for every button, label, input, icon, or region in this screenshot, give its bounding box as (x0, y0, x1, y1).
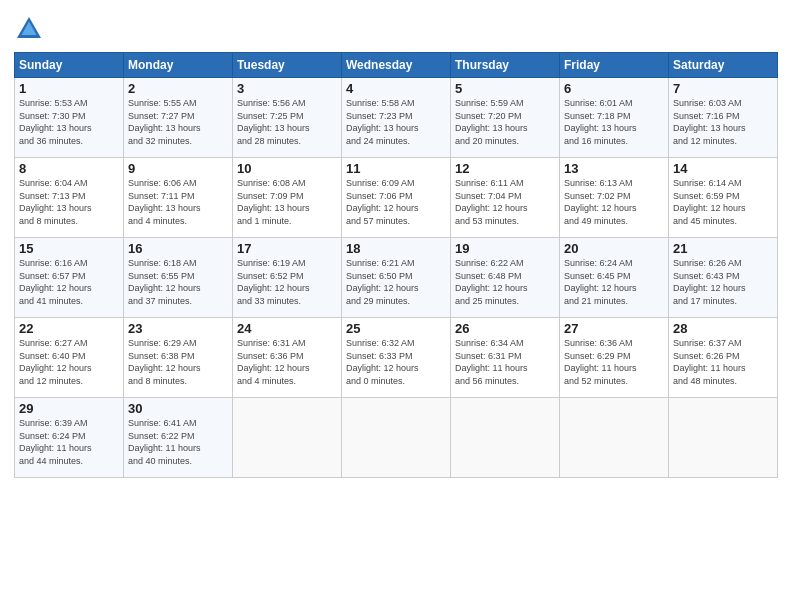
header-cell-saturday: Saturday (669, 53, 778, 78)
day-cell-24: 24Sunrise: 6:31 AM Sunset: 6:36 PM Dayli… (233, 318, 342, 398)
week-row-1: 8Sunrise: 6:04 AM Sunset: 7:13 PM Daylig… (15, 158, 778, 238)
day-number: 1 (19, 81, 119, 96)
day-cell-5: 5Sunrise: 5:59 AM Sunset: 7:20 PM Daylig… (451, 78, 560, 158)
day-number: 10 (237, 161, 337, 176)
page: SundayMondayTuesdayWednesdayThursdayFrid… (0, 0, 792, 488)
day-cell-12: 12Sunrise: 6:11 AM Sunset: 7:04 PM Dayli… (451, 158, 560, 238)
calendar-body: 1Sunrise: 5:53 AM Sunset: 7:30 PM Daylig… (15, 78, 778, 478)
header-row: SundayMondayTuesdayWednesdayThursdayFrid… (15, 53, 778, 78)
day-number: 2 (128, 81, 228, 96)
day-cell-15: 15Sunrise: 6:16 AM Sunset: 6:57 PM Dayli… (15, 238, 124, 318)
day-info: Sunrise: 6:14 AM Sunset: 6:59 PM Dayligh… (673, 177, 773, 227)
day-info: Sunrise: 6:18 AM Sunset: 6:55 PM Dayligh… (128, 257, 228, 307)
day-cell-11: 11Sunrise: 6:09 AM Sunset: 7:06 PM Dayli… (342, 158, 451, 238)
day-number: 9 (128, 161, 228, 176)
day-number: 3 (237, 81, 337, 96)
day-info: Sunrise: 5:53 AM Sunset: 7:30 PM Dayligh… (19, 97, 119, 147)
day-info: Sunrise: 6:06 AM Sunset: 7:11 PM Dayligh… (128, 177, 228, 227)
day-cell-28: 28Sunrise: 6:37 AM Sunset: 6:26 PM Dayli… (669, 318, 778, 398)
day-cell-19: 19Sunrise: 6:22 AM Sunset: 6:48 PM Dayli… (451, 238, 560, 318)
day-info: Sunrise: 6:08 AM Sunset: 7:09 PM Dayligh… (237, 177, 337, 227)
header-cell-thursday: Thursday (451, 53, 560, 78)
day-number: 28 (673, 321, 773, 336)
day-number: 22 (19, 321, 119, 336)
day-cell-14: 14Sunrise: 6:14 AM Sunset: 6:59 PM Dayli… (669, 158, 778, 238)
day-cell-10: 10Sunrise: 6:08 AM Sunset: 7:09 PM Dayli… (233, 158, 342, 238)
day-cell-empty (233, 398, 342, 478)
day-info: Sunrise: 6:01 AM Sunset: 7:18 PM Dayligh… (564, 97, 664, 147)
day-info: Sunrise: 6:16 AM Sunset: 6:57 PM Dayligh… (19, 257, 119, 307)
day-cell-17: 17Sunrise: 6:19 AM Sunset: 6:52 PM Dayli… (233, 238, 342, 318)
day-info: Sunrise: 5:55 AM Sunset: 7:27 PM Dayligh… (128, 97, 228, 147)
week-row-3: 22Sunrise: 6:27 AM Sunset: 6:40 PM Dayli… (15, 318, 778, 398)
day-cell-26: 26Sunrise: 6:34 AM Sunset: 6:31 PM Dayli… (451, 318, 560, 398)
day-number: 7 (673, 81, 773, 96)
day-cell-16: 16Sunrise: 6:18 AM Sunset: 6:55 PM Dayli… (124, 238, 233, 318)
day-cell-empty (451, 398, 560, 478)
day-info: Sunrise: 6:36 AM Sunset: 6:29 PM Dayligh… (564, 337, 664, 387)
day-number: 15 (19, 241, 119, 256)
day-cell-23: 23Sunrise: 6:29 AM Sunset: 6:38 PM Dayli… (124, 318, 233, 398)
day-info: Sunrise: 6:19 AM Sunset: 6:52 PM Dayligh… (237, 257, 337, 307)
week-row-0: 1Sunrise: 5:53 AM Sunset: 7:30 PM Daylig… (15, 78, 778, 158)
day-info: Sunrise: 6:22 AM Sunset: 6:48 PM Dayligh… (455, 257, 555, 307)
day-cell-13: 13Sunrise: 6:13 AM Sunset: 7:02 PM Dayli… (560, 158, 669, 238)
day-info: Sunrise: 6:39 AM Sunset: 6:24 PM Dayligh… (19, 417, 119, 467)
day-number: 5 (455, 81, 555, 96)
week-row-4: 29Sunrise: 6:39 AM Sunset: 6:24 PM Dayli… (15, 398, 778, 478)
day-info: Sunrise: 6:32 AM Sunset: 6:33 PM Dayligh… (346, 337, 446, 387)
day-cell-21: 21Sunrise: 6:26 AM Sunset: 6:43 PM Dayli… (669, 238, 778, 318)
day-cell-9: 9Sunrise: 6:06 AM Sunset: 7:11 PM Daylig… (124, 158, 233, 238)
day-number: 12 (455, 161, 555, 176)
day-number: 26 (455, 321, 555, 336)
day-info: Sunrise: 6:21 AM Sunset: 6:50 PM Dayligh… (346, 257, 446, 307)
day-info: Sunrise: 6:31 AM Sunset: 6:36 PM Dayligh… (237, 337, 337, 387)
day-number: 19 (455, 241, 555, 256)
day-info: Sunrise: 6:09 AM Sunset: 7:06 PM Dayligh… (346, 177, 446, 227)
day-info: Sunrise: 5:56 AM Sunset: 7:25 PM Dayligh… (237, 97, 337, 147)
day-info: Sunrise: 6:41 AM Sunset: 6:22 PM Dayligh… (128, 417, 228, 467)
day-number: 20 (564, 241, 664, 256)
day-cell-27: 27Sunrise: 6:36 AM Sunset: 6:29 PM Dayli… (560, 318, 669, 398)
day-cell-20: 20Sunrise: 6:24 AM Sunset: 6:45 PM Dayli… (560, 238, 669, 318)
day-cell-empty (560, 398, 669, 478)
header (14, 10, 778, 44)
day-number: 13 (564, 161, 664, 176)
day-cell-8: 8Sunrise: 6:04 AM Sunset: 7:13 PM Daylig… (15, 158, 124, 238)
day-number: 16 (128, 241, 228, 256)
day-number: 18 (346, 241, 446, 256)
header-cell-tuesday: Tuesday (233, 53, 342, 78)
day-cell-22: 22Sunrise: 6:27 AM Sunset: 6:40 PM Dayli… (15, 318, 124, 398)
day-number: 23 (128, 321, 228, 336)
day-number: 8 (19, 161, 119, 176)
day-cell-3: 3Sunrise: 5:56 AM Sunset: 7:25 PM Daylig… (233, 78, 342, 158)
week-row-2: 15Sunrise: 6:16 AM Sunset: 6:57 PM Dayli… (15, 238, 778, 318)
day-number: 21 (673, 241, 773, 256)
day-cell-7: 7Sunrise: 6:03 AM Sunset: 7:16 PM Daylig… (669, 78, 778, 158)
calendar-header: SundayMondayTuesdayWednesdayThursdayFrid… (15, 53, 778, 78)
day-number: 17 (237, 241, 337, 256)
day-info: Sunrise: 5:59 AM Sunset: 7:20 PM Dayligh… (455, 97, 555, 147)
day-cell-4: 4Sunrise: 5:58 AM Sunset: 7:23 PM Daylig… (342, 78, 451, 158)
day-info: Sunrise: 6:03 AM Sunset: 7:16 PM Dayligh… (673, 97, 773, 147)
day-cell-empty (669, 398, 778, 478)
day-info: Sunrise: 6:37 AM Sunset: 6:26 PM Dayligh… (673, 337, 773, 387)
day-info: Sunrise: 6:26 AM Sunset: 6:43 PM Dayligh… (673, 257, 773, 307)
day-cell-18: 18Sunrise: 6:21 AM Sunset: 6:50 PM Dayli… (342, 238, 451, 318)
day-cell-6: 6Sunrise: 6:01 AM Sunset: 7:18 PM Daylig… (560, 78, 669, 158)
day-cell-2: 2Sunrise: 5:55 AM Sunset: 7:27 PM Daylig… (124, 78, 233, 158)
day-number: 29 (19, 401, 119, 416)
day-number: 6 (564, 81, 664, 96)
day-number: 11 (346, 161, 446, 176)
header-cell-sunday: Sunday (15, 53, 124, 78)
logo-icon (14, 14, 44, 44)
day-number: 30 (128, 401, 228, 416)
day-info: Sunrise: 6:24 AM Sunset: 6:45 PM Dayligh… (564, 257, 664, 307)
day-cell-1: 1Sunrise: 5:53 AM Sunset: 7:30 PM Daylig… (15, 78, 124, 158)
day-number: 27 (564, 321, 664, 336)
day-cell-29: 29Sunrise: 6:39 AM Sunset: 6:24 PM Dayli… (15, 398, 124, 478)
day-number: 4 (346, 81, 446, 96)
day-info: Sunrise: 5:58 AM Sunset: 7:23 PM Dayligh… (346, 97, 446, 147)
day-info: Sunrise: 6:04 AM Sunset: 7:13 PM Dayligh… (19, 177, 119, 227)
day-cell-25: 25Sunrise: 6:32 AM Sunset: 6:33 PM Dayli… (342, 318, 451, 398)
